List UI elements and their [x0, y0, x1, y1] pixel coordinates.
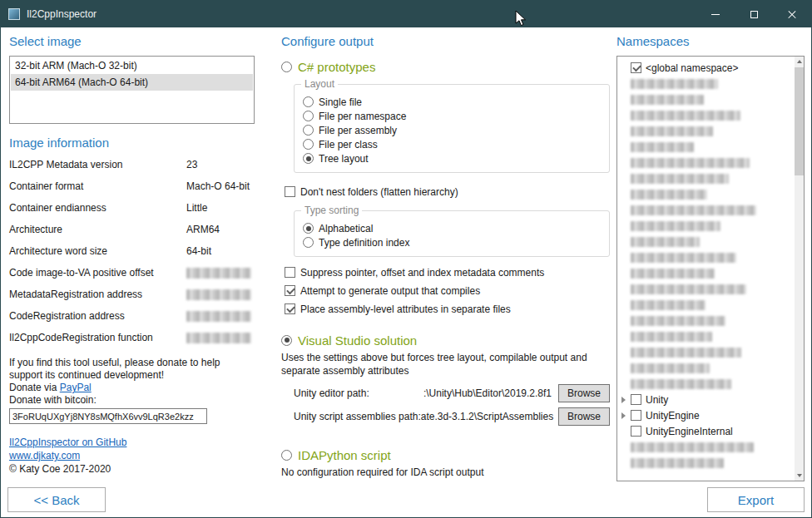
- namespace-item[interactable]: [621, 155, 804, 170]
- namespace-item[interactable]: [621, 281, 804, 297]
- redacted-namespace-label: [631, 190, 707, 200]
- back-button[interactable]: << Back: [7, 487, 106, 512]
- namespace-item[interactable]: [621, 297, 804, 313]
- field-label: Unity editor path:: [294, 387, 369, 399]
- redacted-value: [186, 289, 251, 300]
- select-image-panel: Select image 32-bit ARM (Mach-O 32-bit) …: [9, 34, 255, 476]
- donation-message: If you find this tool useful, please don…: [9, 357, 255, 382]
- namespace-item[interactable]: [621, 202, 804, 218]
- namespace-item[interactable]: [621, 186, 804, 202]
- namespace-item[interactable]: [621, 455, 804, 471]
- namespace-checkbox[interactable]: [631, 410, 641, 421]
- namespace-item[interactable]: [621, 249, 804, 265]
- image-information-header: Image information: [9, 136, 255, 150]
- namespace-item[interactable]: [621, 218, 804, 234]
- namespaces-scrollbar[interactable]: [795, 57, 804, 481]
- namespace-item[interactable]: [621, 123, 804, 139]
- image-list-item[interactable]: 64-bit ARM64 (Mach-O 64-bit): [11, 74, 253, 91]
- info-label: Container format: [9, 180, 186, 202]
- export-button[interactable]: Export: [707, 487, 805, 512]
- redacted-namespace-label: [631, 174, 729, 184]
- option-label: Type definition index: [319, 237, 409, 249]
- groupbox-title: Type sorting: [301, 205, 362, 216]
- layout-option[interactable]: Single file: [303, 95, 601, 109]
- output-checkbox-row[interactable]: Place assembly-level attributes in separ…: [285, 302, 610, 316]
- namespace-item[interactable]: [621, 107, 804, 123]
- namespace-checkbox[interactable]: [631, 62, 641, 73]
- checkbox-label: Place assembly-level attributes in separ…: [300, 303, 511, 315]
- redacted-namespace-label: [631, 205, 756, 215]
- redacted-namespace-label: [631, 284, 746, 294]
- redacted-namespace-label: [631, 126, 713, 136]
- configure-output-panel: Configure output C# prototypes Layout Si…: [281, 34, 610, 479]
- layout-option[interactable]: File per class: [303, 137, 601, 151]
- redacted-namespace-label: [631, 237, 700, 247]
- checkbox-icon: [285, 285, 295, 296]
- layout-option[interactable]: File per namespace: [303, 109, 601, 123]
- expander-icon[interactable]: [621, 397, 626, 403]
- namespace-item[interactable]: [621, 344, 804, 360]
- links-block: Il2CppInspector on GitHub www.djkaty.com…: [9, 436, 255, 476]
- github-link[interactable]: Il2CppInspector on GitHub: [9, 436, 255, 449]
- option-csharp-prototypes[interactable]: C# prototypes: [281, 59, 610, 74]
- namespace-item[interactable]: Unity: [621, 392, 804, 407]
- namespace-item[interactable]: [621, 360, 804, 376]
- redacted-namespace-label: [631, 95, 704, 105]
- namespace-item[interactable]: UnityEngineInternal: [621, 423, 804, 439]
- scrollbar-thumb[interactable]: [795, 67, 804, 175]
- scroll-up-icon[interactable]: [795, 57, 804, 67]
- namespace-item[interactable]: <global namespace>: [621, 60, 804, 76]
- select-image-header: Select image: [9, 34, 255, 49]
- image-listbox: 32-bit ARM (Mach-O 32-bit) 64-bit ARM64 …: [9, 56, 255, 124]
- app-window: Il2CppInspector Select image 32-bit ARM …: [0, 0, 812, 518]
- namespace-item[interactable]: [621, 234, 804, 249]
- radio-icon: [303, 237, 314, 248]
- namespace-item[interactable]: [621, 265, 804, 281]
- bitcoin-address-input[interactable]: [9, 408, 207, 424]
- namespace-item[interactable]: [621, 328, 804, 344]
- layout-option[interactable]: File per assembly: [303, 123, 601, 137]
- namespaces-header: Namespaces: [616, 34, 805, 49]
- info-value: ARM64: [186, 224, 255, 245]
- namespace-item[interactable]: [621, 170, 804, 186]
- namespace-checkbox[interactable]: [631, 426, 641, 437]
- idapython-description: No configuration required for IDA script…: [281, 466, 610, 479]
- close-button[interactable]: [773, 1, 811, 27]
- option-idapython-script[interactable]: IDAPython script: [281, 447, 610, 462]
- output-checkbox-row[interactable]: Suppress pointer, offset and index metad…: [285, 265, 610, 279]
- paypal-link[interactable]: PayPal: [60, 382, 92, 393]
- expander-icon[interactable]: [621, 412, 626, 419]
- path-field-row: Unity script assemblies path: ate.3d-3.1…: [294, 407, 610, 426]
- website-link[interactable]: www.djkaty.com: [9, 449, 255, 462]
- namespace-item[interactable]: [621, 376, 804, 392]
- namespace-checkbox[interactable]: [631, 394, 641, 405]
- flatten-checkbox-row[interactable]: Don't nest folders (flatten hierarchy): [285, 185, 610, 199]
- image-list-item[interactable]: 32-bit ARM (Mach-O 32-bit): [11, 57, 253, 74]
- namespace-item[interactable]: UnityEngine: [621, 407, 804, 423]
- namespace-item[interactable]: [621, 139, 804, 155]
- radio-icon: [303, 139, 314, 150]
- namespace-item[interactable]: [621, 91, 804, 107]
- option-visual-studio-solution[interactable]: Visual Studio solution: [281, 333, 610, 348]
- info-label: CodeRegistration address: [9, 310, 186, 332]
- option-label: Alphabetical: [319, 223, 373, 234]
- option-label: File per namespace: [319, 111, 406, 122]
- info-label: Container endianness: [9, 202, 186, 224]
- layout-option[interactable]: Tree layout: [303, 151, 601, 165]
- output-checkboxes: Suppress pointer, offset and index metad…: [281, 265, 610, 316]
- checkbox-icon: [285, 267, 295, 278]
- type-sorting-option[interactable]: Type definition index: [303, 235, 601, 249]
- namespace-item[interactable]: [621, 313, 804, 328]
- scroll-down-icon[interactable]: [797, 474, 802, 477]
- maximize-button[interactable]: [735, 1, 773, 27]
- type-sorting-option[interactable]: Alphabetical: [303, 221, 601, 235]
- namespace-item[interactable]: [621, 439, 804, 455]
- redacted-namespace-label: [631, 79, 718, 89]
- redacted-namespace-label: [631, 363, 710, 373]
- namespace-item[interactable]: [621, 76, 804, 91]
- browse-button[interactable]: Browse: [558, 384, 610, 402]
- redacted-namespace-label: [631, 253, 736, 263]
- minimize-button[interactable]: [696, 1, 735, 27]
- browse-button[interactable]: Browse: [558, 407, 610, 426]
- output-checkbox-row[interactable]: Attempt to generate output that compiles: [285, 284, 610, 298]
